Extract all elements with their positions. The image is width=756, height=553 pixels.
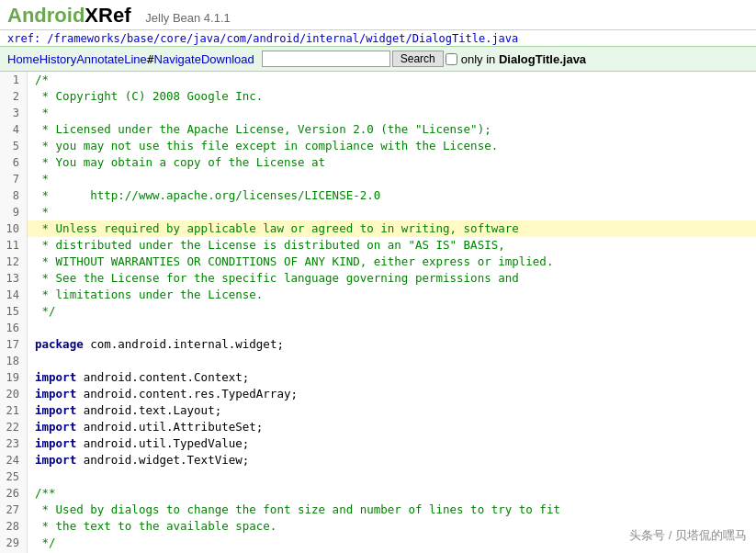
line-number[interactable]: 24 [0,452,28,468]
line-number[interactable]: 14 [0,287,28,303]
nav-history[interactable]: History [39,52,76,66]
line-number[interactable]: 16 [0,320,28,336]
line-content: import android.widget.TextView; [28,452,249,468]
line-content [28,320,35,336]
code-line: 25 [0,468,756,485]
line-number[interactable]: 9 [0,204,28,220]
line-content [28,353,35,369]
code-line: 7 * [0,171,756,187]
line-number[interactable]: 6 [0,154,28,171]
code-line: 22import android.util.AttributeSet; [0,419,756,435]
line-content: * Unless required by applicable law or a… [28,220,519,237]
code-line: 5 * you may not use this file except in … [0,138,756,154]
line-number[interactable]: 7 [0,171,28,187]
line-number[interactable]: 10 [0,220,28,237]
nav-hash: # [147,52,154,66]
line-content: * limitations under the License. [28,287,263,303]
line-content: import android.content.res.TypedArray; [28,386,298,402]
line-number[interactable]: 13 [0,270,28,287]
line-number[interactable]: 28 [0,518,28,535]
line-number[interactable]: 12 [0,254,28,270]
line-number[interactable]: 29 [0,535,28,551]
code-line: 26/** [0,485,756,502]
line-content: * http://www.apache.org/licenses/LICENSE… [28,187,380,204]
filename: DialogTitle.java [499,52,586,66]
nav-annotate[interactable]: Annotate [76,52,124,66]
breadcrumb-bar: xref: /frameworks/base/core/java/com/and… [0,30,756,46]
nav-line[interactable]: Line [124,52,147,66]
line-content: * [28,204,49,220]
line-content: */ [28,535,56,551]
search-input[interactable] [262,51,390,67]
code-line: 14 * limitations under the License. [0,287,756,303]
watermark: 头条号 / 贝塔侃的嘿马 [629,527,747,544]
line-number[interactable]: 19 [0,369,28,386]
code-line: 3 * [0,105,756,121]
code-line: 16 [0,320,756,336]
nav-home[interactable]: Home [7,52,39,66]
code-line: 12 * WITHOUT WARRANTIES OR CONDITIONS OF… [0,254,756,270]
line-number[interactable]: 18 [0,353,28,369]
nav-navigate[interactable]: Navigate [154,52,201,66]
code-line: 11 * distributed under the License is di… [0,237,756,254]
line-number[interactable]: 4 [0,121,28,138]
line-number[interactable]: 26 [0,485,28,502]
line-content: * WITHOUT WARRANTIES OR CONDITIONS OF AN… [28,254,553,270]
breadcrumb-path: xref: /frameworks/base/core/java/com/and… [7,32,518,45]
line-content: * [28,171,49,187]
line-content: */ [28,303,56,320]
logo-android: Android [7,4,85,27]
line-content: import android.text.Layout; [28,402,221,419]
code-line: 10 * Unless required by applicable law o… [0,220,756,237]
line-content: /** [28,485,56,502]
code-line: 8 * http://www.apache.org/licenses/LICEN… [0,187,756,204]
line-number[interactable]: 5 [0,138,28,154]
line-content [28,468,35,485]
line-number[interactable]: 15 [0,303,28,320]
line-number[interactable]: 1 [0,72,28,88]
code-line: 6 * You may obtain a copy of the License… [0,154,756,171]
line-content: package com.android.internal.widget; [28,336,284,353]
code-line: 15 */ [0,303,756,320]
logo-version: Jelly Bean 4.1.1 [145,11,231,25]
line-content: /* [28,72,49,88]
only-in-text: only in DialogTitle.java [461,52,586,66]
line-number[interactable]: 8 [0,187,28,204]
line-content: import android.util.TypedValue; [28,435,249,452]
line-number[interactable]: 3 [0,105,28,121]
search-checkbox[interactable] [446,53,457,65]
header: AndroidXRef Jelly Bean 4.1.1 [0,0,756,30]
line-content: * you may not use this file except in co… [28,138,498,154]
search-button[interactable]: Search [392,51,444,67]
code-line: 2 * Copyright (C) 2008 Google Inc. [0,88,756,105]
line-number[interactable]: 25 [0,468,28,485]
code-line: 20import android.content.res.TypedArray; [0,386,756,402]
logo-xref: XRef [85,4,130,27]
code-line: 27 * Used by dialogs to change the font … [0,502,756,518]
nav-download[interactable]: Download [201,52,254,66]
line-number[interactable]: 11 [0,237,28,254]
code-line: 4 * Licensed under the Apache License, V… [0,121,756,138]
code-line: 1/* [0,72,756,88]
line-content: * You may obtain a copy of the License a… [28,154,325,171]
nav-bar: HomeHistoryAnnotateLine#NavigateDownload… [0,46,756,72]
code-line: 24import android.widget.TextView; [0,452,756,468]
line-content: * the text to the available space. [28,518,276,535]
code-line: 17package com.android.internal.widget; [0,336,756,353]
line-content: import android.content.Context; [28,369,249,386]
line-number[interactable]: 20 [0,386,28,402]
line-content: import android.util.AttributeSet; [28,419,263,435]
code-area: 1/*2 * Copyright (C) 2008 Google Inc.3 *… [0,72,756,553]
line-content: * Copyright (C) 2008 Google Inc. [28,88,263,105]
line-number[interactable]: 17 [0,336,28,353]
code-line: 18 [0,353,756,369]
code-line: 13 * See the License for the specific la… [0,270,756,287]
line-number[interactable]: 27 [0,502,28,518]
line-content: * See the License for the specific langu… [28,270,519,287]
line-number[interactable]: 23 [0,435,28,452]
line-content: * Licensed under the Apache License, Ver… [28,121,491,138]
line-number[interactable]: 2 [0,88,28,105]
line-number[interactable]: 22 [0,419,28,435]
line-number[interactable]: 21 [0,402,28,419]
code-line: 9 * [0,204,756,220]
